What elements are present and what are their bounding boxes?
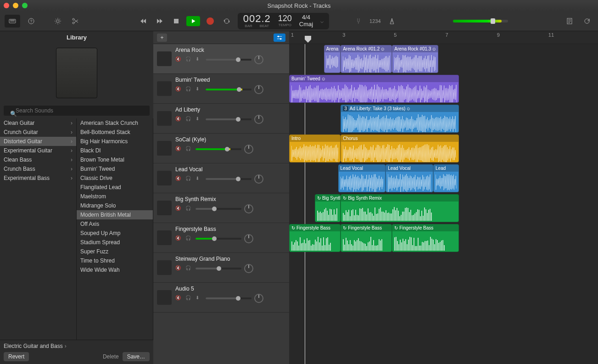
track-pan-knob[interactable] xyxy=(254,174,263,184)
solo-button[interactable]: 🎧 xyxy=(185,176,193,182)
solo-button[interactable]: 🎧 xyxy=(185,235,193,242)
category-item[interactable]: Clean Guitar› xyxy=(0,118,76,128)
timeline-region-area[interactable]: Arena Rock Arena Rock #01.2⊙ Arena Rock … xyxy=(289,44,598,364)
stop-button[interactable] xyxy=(170,15,183,28)
region[interactable]: ↻Big Synth Remix xyxy=(315,194,341,222)
preset-item[interactable]: Flangilated Lead xyxy=(77,183,153,192)
preset-item[interactable]: Super Fuzz xyxy=(77,247,153,256)
preset-list[interactable]: American Stack CrunchBell-Bottomed Stack… xyxy=(77,118,153,340)
mute-button[interactable]: 🔇 xyxy=(175,56,183,63)
forward-button[interactable] xyxy=(153,15,166,28)
region[interactable]: Arena Rock #01.3⊙ xyxy=(392,45,438,73)
track-pan-knob[interactable] xyxy=(244,234,253,243)
save-button[interactable]: Save… xyxy=(123,352,150,361)
solo-button[interactable]: 🎧 xyxy=(185,86,193,93)
track-pan-knob[interactable] xyxy=(254,55,263,64)
preset-item[interactable]: Stadium Spread xyxy=(77,238,153,247)
preset-item[interactable]: Black DI xyxy=(77,146,153,155)
track-pan-knob[interactable] xyxy=(244,145,253,154)
track-volume-slider[interactable] xyxy=(206,59,251,61)
track-volume-slider[interactable] xyxy=(196,238,241,240)
lcd-tempo[interactable]: 120 xyxy=(278,14,292,23)
preset-item[interactable]: Souped Up Amp xyxy=(77,229,153,238)
region[interactable]: Lead Vocal xyxy=(386,164,433,192)
track-header[interactable]: Ad Liberty 🔇 🎧 ⬇ xyxy=(153,104,289,134)
region[interactable]: ↻Fingerstyle Bass xyxy=(392,224,459,252)
track-pan-knob[interactable] xyxy=(254,85,263,94)
mute-button[interactable]: 🔇 xyxy=(175,295,183,302)
track-pan-knob[interactable] xyxy=(244,264,253,273)
track-header-config-button[interactable] xyxy=(274,34,285,42)
mute-button[interactable]: 🔇 xyxy=(175,235,183,242)
solo-button[interactable]: 🎧 xyxy=(185,116,193,123)
mute-button[interactable]: 🔇 xyxy=(175,265,183,272)
category-item[interactable]: Crunch Bass› xyxy=(0,164,76,174)
record-button[interactable] xyxy=(204,15,217,28)
region[interactable]: Chorus xyxy=(341,134,459,162)
preset-item[interactable]: Off Axis xyxy=(77,219,153,229)
preset-item[interactable]: American Stack Crunch xyxy=(77,118,153,128)
search-input[interactable] xyxy=(4,106,150,116)
solo-button[interactable]: 🎧 xyxy=(185,206,193,212)
input-monitor-button[interactable]: ⬇ xyxy=(196,56,203,63)
playhead-handle-icon[interactable] xyxy=(305,36,311,43)
input-monitor-button[interactable]: ⬇ xyxy=(196,86,203,93)
input-monitor-button[interactable]: ⬇ xyxy=(196,295,203,302)
track-pan-knob[interactable] xyxy=(244,204,253,213)
input-monitor-button[interactable]: ⬇ xyxy=(196,116,203,123)
preset-item[interactable]: Bell-Bottomed Stack xyxy=(77,128,153,137)
revert-button[interactable]: Revert xyxy=(4,352,29,361)
solo-button[interactable]: 🎧 xyxy=(185,295,193,302)
preset-item[interactable]: Big Hair Harmonics xyxy=(77,137,153,146)
preset-item[interactable]: Maelstrom xyxy=(77,192,153,201)
solo-button[interactable]: 🎧 xyxy=(185,146,193,152)
region[interactable]: ↻Big Synth Remix xyxy=(341,194,459,222)
delete-button[interactable]: Delete xyxy=(103,353,119,360)
preset-item[interactable]: Wide Wide Wah xyxy=(77,265,153,274)
track-header[interactable]: Steinway Grand Piano 🔇 🎧 xyxy=(153,253,289,283)
lcd-key[interactable]: Cmaj xyxy=(299,21,313,28)
track-volume-slider[interactable] xyxy=(206,178,251,180)
region[interactable]: Lead Vocal xyxy=(338,164,386,192)
scissors-button[interactable] xyxy=(69,15,82,28)
region[interactable]: Lead xyxy=(433,164,459,192)
display-settings-button[interactable] xyxy=(51,15,64,28)
master-volume-slider[interactable] xyxy=(453,20,508,22)
cycle-button[interactable] xyxy=(220,15,233,28)
track-header[interactable]: Audio 5 🔇 🎧 ⬇ xyxy=(153,283,289,313)
track-volume-slider[interactable] xyxy=(196,148,241,150)
chevron-down-icon[interactable]: ⌵ xyxy=(320,18,324,24)
tuner-button[interactable] xyxy=(352,15,365,28)
lcd-timesig[interactable]: 4/4 xyxy=(302,14,310,21)
preset-item[interactable]: Classic Drive xyxy=(77,174,153,183)
track-header[interactable]: SoCal (Kyle) 🔇 🎧 xyxy=(153,134,289,163)
mute-button[interactable]: 🔇 xyxy=(175,146,183,152)
category-item[interactable]: Distorted Guitar› xyxy=(0,137,76,146)
track-header[interactable]: Burnin' Tweed 🔇 🎧 ⬇ xyxy=(153,74,289,104)
track-volume-slider[interactable] xyxy=(196,268,241,269)
preset-item[interactable]: Brown Tone Metal xyxy=(77,155,153,164)
mute-button[interactable]: 🔇 xyxy=(175,206,183,212)
category-item[interactable]: Crunch Guitar› xyxy=(0,128,76,137)
region[interactable]: Intro xyxy=(289,134,341,162)
mute-button[interactable]: 🔇 xyxy=(175,116,183,123)
track-volume-slider[interactable] xyxy=(206,297,251,299)
count-in-button[interactable]: 1234 xyxy=(369,18,380,24)
library-toggle-button[interactable] xyxy=(5,15,20,28)
mute-button[interactable]: 🔇 xyxy=(175,86,183,93)
add-track-button[interactable]: + xyxy=(157,34,167,42)
region[interactable]: ↻Fingerstyle Bass xyxy=(289,224,341,252)
rewind-button[interactable] xyxy=(137,15,150,28)
timeline-ruler[interactable]: 1357911 xyxy=(289,31,598,44)
metronome-button[interactable] xyxy=(386,15,398,28)
category-item[interactable]: Clean Bass› xyxy=(0,155,76,164)
track-header[interactable]: Lead Vocal 🔇 🎧 ⬇ xyxy=(153,163,289,193)
region[interactable]: Arena Rock xyxy=(324,45,341,73)
track-pan-knob[interactable] xyxy=(254,294,263,303)
track-volume-slider[interactable] xyxy=(206,118,251,120)
input-monitor-button[interactable]: ⬇ xyxy=(196,176,203,182)
region[interactable]: 3Ad Liberty: Take 3 (3 takes)⊙ xyxy=(341,105,459,133)
library-path[interactable]: Electric Guitar and Bass› xyxy=(4,343,150,349)
lcd-display[interactable]: 002.2 BARBEAT 120 TEMPO 4/4 Cmaj ⌵ xyxy=(238,13,329,29)
category-item[interactable]: Experimental Bass› xyxy=(0,174,76,183)
